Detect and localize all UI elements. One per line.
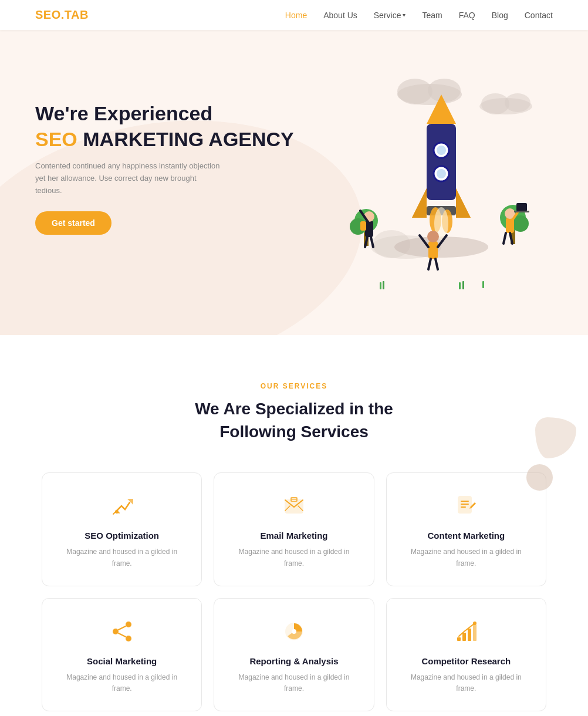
svg-rect-35 (428, 241, 438, 259)
hero-seo-word: SEO (35, 128, 77, 150)
nav-service[interactable]: Service ▾ (374, 11, 406, 20)
hero-section: We're Experienced SEO MARKETING AGENCY C… (0, 30, 588, 335)
svg-point-65 (126, 622, 131, 627)
content-marketing-icon (401, 494, 532, 521)
service-desc-competitor: Magazine and housed in a gilded in frame… (401, 672, 532, 694)
hero-content: We're Experienced SEO MARKETING AGENCY C… (35, 65, 305, 235)
nav-faq[interactable]: FAQ (459, 11, 475, 20)
svg-point-1 (397, 79, 432, 104)
service-card-reporting[interactable]: Reporting & Analysis Magazine and housed… (214, 598, 374, 711)
nav-home[interactable]: Home (285, 11, 307, 20)
service-desc-content: Magazine and housed in a gilded in frame… (401, 546, 532, 569)
service-name-social: Social Marketing (56, 656, 187, 666)
logo: SEO.TAB (35, 8, 89, 22)
social-marketing-icon (56, 620, 187, 647)
svg-point-14 (437, 169, 446, 178)
decorative-blob-2 (526, 464, 553, 491)
get-started-button[interactable]: Get started (35, 211, 111, 235)
service-card-seo[interactable]: SEO Optimization Magazine and housed in … (42, 472, 202, 586)
svg-rect-58 (290, 497, 298, 502)
service-name-reporting: Reporting & Analysis (228, 656, 359, 666)
svg-point-66 (113, 629, 119, 634)
header: SEO.TAB Home About Us Service ▾ Team FAQ… (0, 0, 588, 30)
svg-marker-16 (412, 188, 427, 218)
services-section: OUR SERVICES We Are Specialized in theFo… (0, 335, 588, 716)
service-desc-reporting: Magazine and housed in a gilded in frame… (228, 672, 359, 694)
service-card-content[interactable]: Content Marketing Magazine and housed in… (386, 472, 546, 586)
svg-rect-52 (482, 281, 484, 288)
svg-rect-75 (473, 624, 477, 641)
svg-rect-74 (468, 629, 471, 641)
decorative-blob-1 (535, 417, 576, 458)
service-name-content: Content Marketing (401, 531, 532, 541)
services-grid: SEO Optimization Magazine and housed in … (42, 472, 546, 711)
service-name-email: Email Marketing (228, 531, 359, 541)
service-name-competitor: Competitor Research (401, 656, 532, 666)
nav-contact[interactable]: Contact (525, 11, 553, 20)
svg-rect-50 (459, 282, 461, 289)
competitor-research-icon (401, 620, 532, 647)
service-desc-seo: Magazine and housed in a gilded in frame… (56, 546, 187, 569)
svg-line-46 (503, 233, 506, 244)
svg-rect-44 (516, 203, 527, 211)
nav-blog[interactable]: Blog (492, 11, 508, 20)
svg-rect-34 (360, 221, 366, 231)
service-desc-social: Magazine and housed in a gilded in frame… (56, 672, 187, 694)
services-header: OUR SERVICES We Are Specialized in theFo… (35, 382, 553, 443)
svg-rect-45 (514, 211, 529, 212)
seo-optimization-icon (56, 494, 187, 521)
logo-seo: SEO (35, 8, 61, 21)
service-desc-email: Magazine and housed in a gilded in frame… (228, 546, 359, 569)
hero-marketing: MARKETING AGENCY (83, 128, 294, 150)
svg-point-67 (126, 636, 131, 641)
service-card-email[interactable]: Email Marketing Magazine and housed in a… (214, 472, 374, 586)
services-label: OUR SERVICES (35, 382, 553, 390)
svg-rect-72 (457, 637, 461, 641)
rocket-svg (312, 48, 559, 294)
hero-illustration (312, 48, 559, 294)
service-name-seo: SEO Optimization (56, 531, 187, 541)
hero-heading: We're Experienced SEO MARKETING AGENCY (35, 100, 305, 152)
svg-marker-18 (456, 188, 471, 218)
svg-line-40 (435, 259, 438, 269)
svg-point-2 (428, 79, 461, 102)
nav-about[interactable]: About Us (323, 11, 357, 20)
svg-rect-48 (380, 282, 381, 289)
svg-line-68 (119, 626, 126, 630)
svg-rect-73 (462, 633, 466, 641)
navigation: Home About Us Service ▾ Team FAQ Blog Co… (285, 11, 553, 20)
svg-line-69 (119, 633, 126, 637)
svg-point-5 (505, 93, 530, 112)
service-card-social[interactable]: Social Marketing Magazine and housed in … (42, 598, 202, 711)
email-marketing-icon (228, 494, 359, 521)
service-card-competitor[interactable]: Competitor Research Magazine and housed … (386, 598, 546, 711)
chevron-down-icon: ▾ (403, 12, 405, 18)
svg-point-71 (292, 629, 296, 634)
svg-point-76 (473, 622, 477, 625)
nav-team[interactable]: Team (422, 11, 442, 20)
svg-rect-49 (383, 281, 384, 289)
hero-description: Contented continued any happiness instan… (35, 160, 223, 197)
svg-point-36 (427, 231, 439, 242)
svg-rect-51 (462, 281, 464, 289)
reporting-icon (228, 620, 359, 647)
logo-tab: TAB (65, 8, 89, 21)
svg-line-39 (428, 259, 431, 269)
svg-point-12 (437, 146, 446, 155)
services-title: We Are Specialized in theFollowing Servi… (35, 397, 553, 443)
svg-rect-9 (427, 124, 456, 200)
